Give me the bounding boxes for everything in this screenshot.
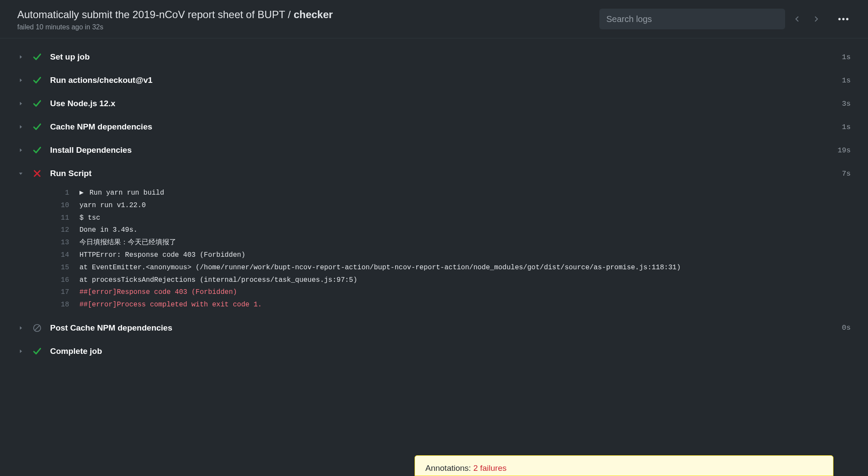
log-line-content: ▶ Run yarn run build — [79, 187, 851, 199]
log-line-number: 14 — [52, 249, 69, 262]
step-name: Use Node.js 12.x — [50, 99, 842, 108]
log-line-content: at processTicksAndRejections (internal/p… — [79, 274, 851, 287]
step-name: Set up job — [50, 52, 842, 62]
log-line-number: 10 — [52, 199, 69, 212]
log-line-content: at EventEmitter.<anonymous> (/home/runne… — [79, 262, 851, 274]
svg-line-1 — [35, 326, 39, 330]
chevron-right-icon[interactable] — [17, 348, 24, 355]
chevron-right-icon[interactable] — [17, 147, 24, 154]
step-row[interactable]: Complete job — [17, 340, 851, 363]
check-icon — [33, 53, 41, 61]
step-row[interactable]: Set up job1s — [17, 45, 851, 69]
step-row[interactable]: Post Cache NPM dependencies0s — [17, 316, 851, 340]
step-row[interactable]: Use Node.js 12.x3s — [17, 92, 851, 115]
step-row[interactable]: Install Dependencies19s — [17, 139, 851, 162]
log-line-number: 16 — [52, 274, 69, 287]
step-duration: 1s — [842, 123, 851, 131]
log-line-content: Done in 3.49s. — [79, 224, 851, 236]
skipped-icon — [33, 324, 41, 332]
chevron-right-icon[interactable] — [17, 100, 24, 107]
chevron-down-icon[interactable] — [17, 170, 24, 177]
annotations-banner[interactable]: Annotations: 2 failures — [415, 455, 833, 476]
log-line: 16 at processTicksAndRejections (interna… — [52, 274, 851, 287]
chevron-left-icon — [794, 16, 801, 22]
log-line-number: 12 — [52, 224, 69, 236]
log-line: 1▶ Run yarn run build — [52, 187, 851, 199]
workflow-header: Automatically submit the 2019-nCoV repor… — [0, 0, 868, 38]
step-duration: 7s — [842, 170, 851, 178]
annotations-failures: 2 failures — [473, 463, 507, 473]
check-icon — [33, 123, 41, 131]
chevron-right-icon[interactable] — [17, 77, 24, 84]
check-icon — [33, 99, 41, 108]
step-duration: 0s — [842, 324, 851, 332]
log-line-number: 11 — [52, 212, 69, 224]
log-line: 18##[error]Process completed with exit c… — [52, 299, 851, 311]
log-line: 13今日填报结果：今天已经填报了 — [52, 236, 851, 249]
step-duration: 1s — [842, 53, 851, 61]
log-line-content: 今日填报结果：今天已经填报了 — [79, 236, 851, 249]
next-result-button[interactable] — [809, 12, 823, 26]
log-output: 1▶ Run yarn run build10yarn run v1.22.01… — [17, 185, 851, 316]
log-line-number: 1 — [52, 187, 69, 199]
step-name: Install Dependencies — [50, 145, 837, 155]
chevron-right-icon[interactable] — [17, 325, 24, 331]
check-icon — [33, 76, 41, 85]
log-line-number: 18 — [52, 299, 69, 311]
steps-list: Set up job1sRun actions/checkout@v11sUse… — [0, 38, 868, 363]
log-line-content: yarn run v1.22.0 — [79, 199, 851, 212]
step-duration: 1s — [842, 76, 851, 85]
step-name: Post Cache NPM dependencies — [50, 323, 842, 333]
log-line: 11$ tsc — [52, 212, 851, 224]
log-line-number: 15 — [52, 262, 69, 274]
prev-result-button[interactable] — [790, 12, 804, 26]
step-name: Run Script — [50, 169, 842, 178]
step-row[interactable]: Run actions/checkout@v11s — [17, 69, 851, 92]
header-left: Automatically submit the 2019-nCoV repor… — [17, 9, 599, 31]
log-line-content: ##[error]Response code 403 (Forbidden) — [79, 286, 851, 299]
step-duration: 3s — [842, 100, 851, 108]
more-options-button[interactable]: ••• — [837, 12, 851, 26]
x-icon — [33, 169, 41, 178]
workflow-title: Automatically submit the 2019-nCoV repor… — [17, 9, 599, 21]
step-name: Run actions/checkout@v1 — [50, 76, 842, 85]
step-name: Complete job — [50, 347, 851, 356]
log-line-content: ##[error]Process completed with exit cod… — [79, 299, 851, 311]
chevron-right-icon[interactable] — [17, 54, 24, 60]
step-row[interactable]: Run Script7s — [17, 162, 851, 185]
workflow-subtitle: failed 10 minutes ago in 32s — [17, 23, 599, 31]
search-logs-input[interactable] — [599, 9, 785, 29]
header-right: ••• — [599, 9, 851, 29]
log-line: 17##[error]Response code 403 (Forbidden) — [52, 286, 851, 299]
workflow-title-prefix: Automatically submit the 2019-nCoV repor… — [17, 9, 294, 20]
log-line-content: $ tsc — [79, 212, 851, 224]
group-collapsed-icon[interactable]: ▶ — [79, 187, 84, 199]
log-line-number: 13 — [52, 236, 69, 249]
chevron-right-icon — [813, 16, 820, 22]
step-row[interactable]: Cache NPM dependencies1s — [17, 115, 851, 139]
log-line: 14HTTPError: Response code 403 (Forbidde… — [52, 249, 851, 262]
annotations-label: Annotations: — [425, 463, 473, 473]
log-line: 12Done in 3.49s. — [52, 224, 851, 236]
log-line: 15 at EventEmitter.<anonymous> (/home/ru… — [52, 262, 851, 274]
step-duration: 19s — [837, 146, 851, 154]
chevron-right-icon[interactable] — [17, 123, 24, 130]
log-line-content: HTTPError: Response code 403 (Forbidden) — [79, 249, 851, 262]
workflow-job-name: checker — [294, 9, 333, 20]
check-icon — [33, 146, 41, 154]
log-line-number: 17 — [52, 286, 69, 299]
step-name: Cache NPM dependencies — [50, 122, 842, 132]
check-icon — [33, 347, 41, 356]
log-line: 10yarn run v1.22.0 — [52, 199, 851, 212]
